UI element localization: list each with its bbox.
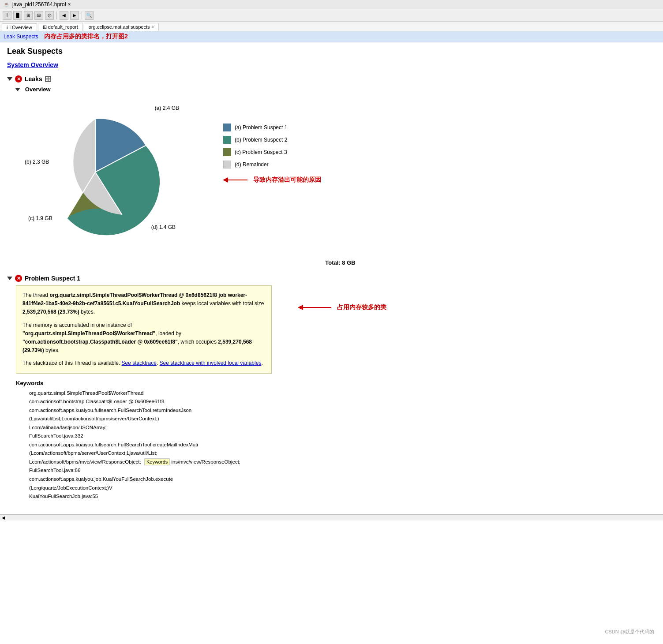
keyword-item-11: (Lorg/quartz/JobExecutionContext;)V <box>29 484 656 493</box>
arrow-svg <box>223 176 250 184</box>
ps1-desc1-end: bytes. <box>79 309 95 315</box>
ps1-desc2-loader: "com.actionsoft.bootstrap.Classpath$Load… <box>22 339 178 345</box>
ps1-desc2-mid: , loaded by <box>155 330 181 337</box>
overview-title: Overview <box>25 86 51 93</box>
keyword-item-5: FullSearchTool.java:332 <box>29 432 656 441</box>
keywords-title: Keywords <box>16 380 656 386</box>
ps1-description-3: The stacktrace of this Thread is availab… <box>22 359 265 367</box>
scroll-left-icon[interactable]: ◀ <box>2 515 5 520</box>
ps1-description-1: The thread org.quartz.simpl.SimpleThread… <box>22 291 265 317</box>
ps1-desc1-post: keeps local variables with total size <box>180 300 264 307</box>
annotation-top: 内存占用多的类排名，打开图2 <box>44 33 128 40</box>
system-overview-link[interactable]: System Overview <box>7 61 656 68</box>
keyword-item-12: KuaiYouFullSearchJob.java:55 <box>29 492 656 501</box>
toolbar-btn-info[interactable]: i <box>3 11 11 20</box>
legend-item-d: (d) Remainder <box>223 161 321 168</box>
leaks-grid-icon[interactable] <box>45 76 51 82</box>
toolbar-separator-2 <box>82 11 82 19</box>
leaks-section: ✕ Leaks Overview <box>7 75 656 266</box>
keyword-item-8-cont: ins/mvc/view/ResponseObject; <box>171 459 240 464</box>
toolbar: i ▐▌ ⊞ ⊟ ◎ ◀ ▶ 🔍 <box>0 9 663 22</box>
ps1-desc1-size: 2,539,270,568 (29.73%) <box>22 309 79 315</box>
legend-annotation: 导致内存溢出可能的原因 <box>223 176 321 184</box>
leaks-error-icon: ✕ <box>15 75 22 82</box>
ps1-stacktrace-link[interactable]: See stacktrace <box>122 360 157 366</box>
keyword-item-4: Lcom/alibaba/fastjson/JSONArray; <box>29 423 656 432</box>
problem-suspect-1-header: ✕ Problem Suspect 1 <box>7 275 656 282</box>
chart-total: Total: 8 GB <box>25 259 656 266</box>
pie-chart-container: (a) 2.4 GB (b) 2.3 GB (c) 1.9 GB (d) 1.4… <box>20 97 188 256</box>
keyword-item-9: FullSearchTool.java:86 <box>29 466 656 475</box>
legend-label-b: (b) Problem Suspect 2 <box>235 137 287 143</box>
toolbar-btn-circle[interactable]: ◎ <box>45 11 54 20</box>
annotation-box: 占用内存较多的类 <box>337 303 386 311</box>
toolbar-btn-minus[interactable]: ⊟ <box>34 11 43 20</box>
box-arrow-svg <box>298 303 333 312</box>
toolbar-btn-grid[interactable]: ⊞ <box>24 11 33 20</box>
tab-suspects-label: org.eclipse.mat.api:suspects <box>89 24 150 30</box>
main-content: Leak Suspects System Overview ✕ Leaks Ov… <box>0 42 663 514</box>
pie-label-c: (c) 1.9 GB <box>28 215 52 221</box>
legend-item-a: (a) Problem Suspect 1 <box>223 124 321 131</box>
window-title: java_pid1256764.hprof × <box>12 1 71 7</box>
annotation-legend: 导致内存溢出可能的原因 <box>253 176 321 184</box>
ps1-description-2: The memory is accumulated in one instanc… <box>22 321 265 355</box>
overview-collapse-icon[interactable] <box>15 88 20 91</box>
problem-suspect-1-section: ✕ Problem Suspect 1 The thread org.quart… <box>7 275 656 501</box>
legend-label-c: (c) Problem Suspect 3 <box>235 149 287 155</box>
leaks-title: Leaks <box>25 75 42 82</box>
tab-default-report-label: ⊞ default_report <box>43 24 78 30</box>
ps1-stacktrace-local-link[interactable]: See stacktrace with involved local varia… <box>160 360 262 366</box>
overview-subsection: Overview <box>7 86 656 266</box>
tab-overview[interactable]: i i Overview <box>2 23 37 31</box>
keyword-item-6: com.actionsoft.apps.kuaiyou.fullsearch.F… <box>29 441 656 449</box>
keyword-item-3: (Ljava/util/List;Lcom/actionsoft/bpms/se… <box>29 415 656 423</box>
legend-item-c: (c) Problem Suspect 3 <box>223 148 321 156</box>
tab-suspects-close[interactable]: × <box>152 25 154 30</box>
pie-chart-svg <box>20 97 170 247</box>
keywords-list: org.quartz.simpl.SimpleThreadPool$Worker… <box>29 389 656 501</box>
problem-suspect-1-info-box: The thread org.quartz.simpl.SimpleThread… <box>16 285 272 374</box>
tab-default-report[interactable]: ⊞ default_report <box>38 23 83 31</box>
legend-color-d <box>223 161 231 168</box>
breadcrumb-bar: Leak Suspects 内存占用多的类排名，打开图2 <box>0 31 663 42</box>
toolbar-btn-bar[interactable]: ▐▌ <box>13 11 22 20</box>
legend-label-d: (d) Remainder <box>235 161 269 168</box>
ps1-collapse-icon[interactable] <box>7 277 12 280</box>
keywords-section: Keywords org.quartz.simpl.SimpleThreadPo… <box>16 380 656 501</box>
ps1-desc2-post: , which occupies <box>178 339 218 345</box>
keyword-item-8: Lcom/actionsoft/bpms/mvc/view/ResponseOb… <box>29 459 141 464</box>
ps1-desc3-end: . <box>261 360 262 366</box>
tab-bar: i i Overview ⊞ default_report org.eclips… <box>0 22 663 31</box>
leaks-header: ✕ Leaks <box>7 75 656 82</box>
title-icon: ☕ <box>4 2 10 7</box>
keyword-item-7: (Lcom/actionsoft/bpms/server/UserContext… <box>29 449 656 458</box>
toolbar-btn-search[interactable]: 🔍 <box>85 11 94 20</box>
scroll-bar[interactable]: ◀ <box>0 514 663 520</box>
overview-header: Overview <box>15 86 656 93</box>
page-title: Leak Suspects <box>7 47 656 56</box>
ps1-error-icon: ✕ <box>15 275 22 282</box>
tab-overview-icon: i <box>7 25 7 30</box>
ps1-desc3-mid: . <box>157 360 160 366</box>
keyword-item-1: com.actionsoft.bootstrap.Classpath$Loade… <box>29 397 656 406</box>
box-annotation: 占用内存较多的类 <box>298 303 386 312</box>
legend-container: (a) Problem Suspect 1 (b) Problem Suspec… <box>223 124 321 184</box>
toolbar-btn-back[interactable]: ◀ <box>60 11 68 20</box>
toolbar-separator <box>56 11 57 19</box>
legend: (a) Problem Suspect 1 (b) Problem Suspec… <box>223 124 321 168</box>
legend-label-a: (a) Problem Suspect 1 <box>235 124 287 131</box>
pie-label-a: (a) 2.4 GB <box>155 105 179 111</box>
ps1-title: Problem Suspect 1 <box>25 275 80 282</box>
ps1-desc3-pre: The stacktrace of this Thread is availab… <box>22 360 122 366</box>
breadcrumb-link[interactable]: Leak Suspects <box>4 34 38 40</box>
title-bar: ☕ java_pid1256764.hprof × <box>0 0 663 9</box>
tab-suspects[interactable]: org.eclipse.mat.api:suspects × <box>84 23 159 31</box>
ps1-desc2-class: "org.quartz.simpl.SimpleThreadPool$Worke… <box>22 330 155 337</box>
toolbar-btn-forward[interactable]: ▶ <box>70 11 79 20</box>
ps1-desc1-pre: The thread <box>22 292 49 298</box>
ps1-desc2-pre: The memory is accumulated in one instanc… <box>22 322 132 328</box>
leaks-collapse-icon[interactable] <box>7 77 12 81</box>
pie-label-b: (b) 2.3 GB <box>25 159 49 165</box>
keyword-item-10: com.actionsoft.apps.kuaiyou.job.KuaiYouF… <box>29 475 656 484</box>
